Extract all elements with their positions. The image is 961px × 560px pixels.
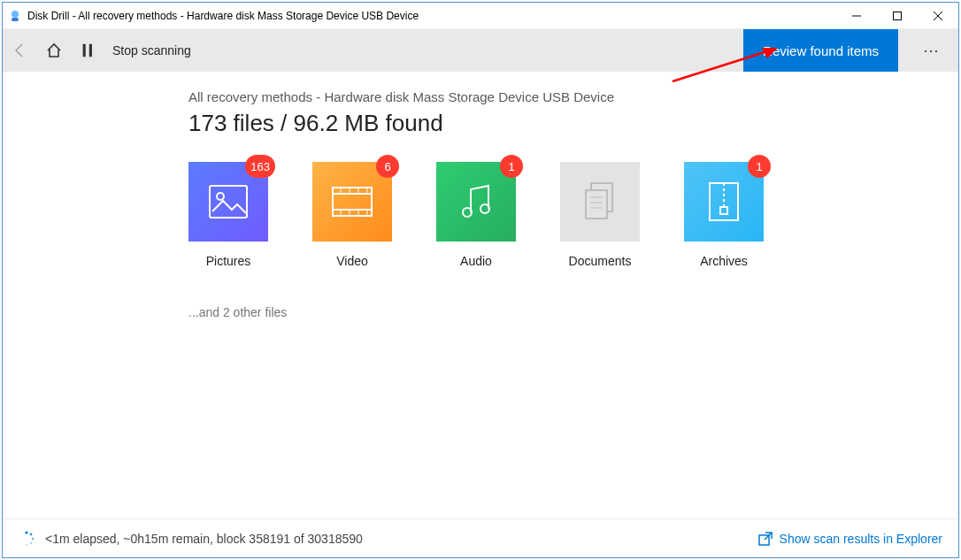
- more-menu-button[interactable]: ⋯: [914, 41, 949, 60]
- card-video[interactable]: 6 Video: [312, 162, 392, 268]
- pictures-icon: 163: [188, 162, 268, 242]
- card-audio[interactable]: 1 Audio: [436, 162, 516, 268]
- card-pictures[interactable]: 163 Pictures: [188, 162, 268, 268]
- window-close-button[interactable]: [918, 3, 958, 29]
- video-label: Video: [336, 254, 368, 268]
- pause-icon[interactable]: [79, 42, 96, 59]
- audio-badge: 1: [500, 155, 523, 178]
- review-button-label: Review found items: [763, 43, 879, 58]
- external-link-icon: [758, 532, 773, 546]
- documents-icon: [560, 162, 640, 242]
- svg-point-34: [30, 541, 32, 543]
- svg-rect-30: [720, 207, 727, 214]
- svg-rect-8: [210, 186, 247, 218]
- archives-label: Archives: [700, 254, 748, 268]
- window-title: Disk Drill - All recovery methods - Hard…: [27, 10, 836, 22]
- video-icon: 6: [312, 162, 392, 242]
- explorer-link-label: Show scan results in Explorer: [780, 532, 942, 546]
- svg-rect-7: [89, 44, 92, 57]
- documents-label: Documents: [569, 254, 632, 268]
- content-area: All recovery methods - Hardware disk Mas…: [3, 72, 958, 518]
- svg-rect-3: [894, 12, 902, 19]
- titlebar: Disk Drill - All recovery methods - Hard…: [3, 3, 958, 29]
- other-files-text: ...and 2 other files: [188, 305, 905, 319]
- audio-icon: 1: [436, 162, 516, 242]
- statusbar: <1m elapsed, ~0h15m remain, block 358191…: [3, 518, 958, 557]
- window-maximize-button[interactable]: [877, 3, 918, 29]
- category-cards: 163 Pictures 6 Video 1 Audio: [188, 162, 905, 268]
- scan-headline: 173 files / 96.2 MB found: [188, 110, 905, 137]
- svg-point-35: [26, 544, 27, 546]
- show-in-explorer-link[interactable]: Show scan results in Explorer: [758, 532, 942, 546]
- stop-scanning-label[interactable]: Stop scanning: [112, 43, 191, 58]
- window-minimize-button[interactable]: [836, 3, 877, 29]
- pictures-label: Pictures: [206, 254, 251, 268]
- svg-point-0: [12, 11, 19, 18]
- video-badge: 6: [376, 155, 399, 178]
- spinner-icon: [19, 531, 35, 547]
- svg-point-31: [25, 531, 27, 533]
- svg-rect-1: [12, 18, 19, 21]
- card-documents[interactable]: Documents: [560, 162, 640, 268]
- toolbar: Stop scanning Review found items ⋯: [3, 29, 958, 72]
- svg-rect-6: [83, 44, 86, 57]
- card-archives[interactable]: 1 Archives: [684, 162, 764, 268]
- svg-rect-10: [333, 188, 372, 216]
- back-icon[interactable]: [12, 42, 29, 59]
- scan-subtitle: All recovery methods - Hardware disk Mas…: [188, 89, 905, 104]
- pictures-badge: 163: [245, 155, 275, 178]
- home-icon[interactable]: [45, 42, 63, 59]
- svg-rect-24: [586, 190, 607, 219]
- audio-label: Audio: [460, 254, 492, 268]
- svg-point-9: [217, 193, 224, 200]
- review-found-items-button[interactable]: Review found items: [743, 29, 898, 72]
- app-icon: [8, 9, 22, 23]
- archives-icon: 1: [684, 162, 764, 242]
- status-text: <1m elapsed, ~0h15m remain, block 358191…: [45, 532, 748, 546]
- archives-badge: 1: [748, 155, 771, 178]
- svg-point-32: [30, 533, 33, 535]
- svg-point-33: [32, 537, 34, 539]
